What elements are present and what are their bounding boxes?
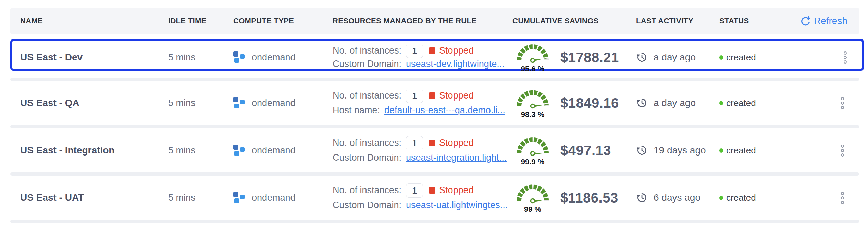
row-actions [798, 192, 859, 204]
row-divider [10, 172, 859, 176]
stopped-square-icon [429, 92, 435, 99]
idle-time-value: 5 mins [168, 98, 233, 108]
cumulative-savings-cell: 98.3 % $1849.16 [512, 87, 636, 119]
kebab-menu-icon[interactable] [841, 192, 844, 204]
resources-cell: No. of instances: 1 Stopped Custom Domai… [333, 44, 512, 71]
savings-gauge-block: 99 % [512, 182, 553, 214]
compute-blocks-icon [233, 192, 246, 204]
kebab-menu-icon[interactable] [841, 97, 844, 109]
row-divider [10, 220, 859, 223]
last-activity-cell: 19 days ago [636, 145, 719, 156]
instances-count-box: 1 [406, 44, 423, 58]
status-dot-icon [719, 55, 723, 60]
compute-type-label: ondemand [252, 193, 296, 203]
rule-name: US East - Integration [20, 145, 168, 156]
savings-amount: $1849.16 [560, 95, 619, 111]
instances-count-box: 1 [406, 89, 423, 103]
savings-amount: $1186.53 [560, 190, 618, 206]
status-label: created [726, 193, 756, 203]
instances-label: No. of instances: [333, 138, 401, 148]
instances-line: No. of instances: 1 Stopped [333, 136, 512, 150]
idle-time-value: 5 mins [168, 193, 233, 203]
column-header-cumulative-savings: CUMULATIVE SAVINGS [512, 16, 636, 25]
kebab-menu-icon[interactable] [841, 145, 844, 157]
column-header-last-activity: LAST ACTIVITY [636, 16, 719, 25]
savings-gauge [512, 87, 553, 110]
compute-blocks-icon [233, 144, 246, 157]
savings-percent-label: 98.3 % [512, 110, 553, 119]
savings-amount: $497.13 [560, 143, 611, 158]
resources-cell: No. of instances: 1 Stopped Host name: d… [333, 88, 512, 118]
compute-type-cell: ondemand [233, 192, 333, 204]
last-activity-label: 6 days ago [654, 192, 700, 203]
resources-cell: No. of instances: 1 Stopped Custom Domai… [333, 183, 512, 212]
last-activity-label: a day ago [654, 52, 696, 63]
status-cell: created [719, 145, 798, 156]
instances-line: No. of instances: 1 Stopped [333, 88, 512, 103]
stopped-square-icon [429, 140, 435, 146]
status-dot-icon [719, 101, 723, 105]
last-activity-cell: a day ago [636, 97, 719, 109]
instance-state-label: Stopped [439, 90, 474, 101]
last-activity-label: 19 days ago [654, 145, 706, 156]
savings-gauge-block: 98.3 % [512, 87, 553, 119]
stopped-square-icon [429, 187, 435, 194]
rule-row[interactable]: US East - UAT 5 mins ondemand No. of ins… [10, 176, 859, 220]
idle-rules-table: NAME IDLE TIME COMPUTE TYPE RESOURCES MA… [10, 8, 859, 223]
instances-count-box: 1 [406, 183, 423, 198]
resource-label: Custom Domain: [333, 152, 401, 163]
status-label: created [726, 145, 756, 156]
column-header-status: STATUS [719, 16, 798, 25]
instances-line: No. of instances: 1 Stopped [333, 183, 512, 198]
refresh-icon [800, 16, 810, 26]
rule-name: US East - Dev [20, 52, 168, 63]
resource-line: Custom Domain: useast-integration.light.… [333, 150, 512, 165]
column-header-name: NAME [20, 16, 168, 25]
savings-gauge [512, 41, 553, 65]
resource-link[interactable]: useast-dev.lightwingte... [406, 59, 505, 69]
resource-link[interactable]: useast-uat.lightwingtes... [406, 200, 508, 210]
resource-link[interactable]: default-us-east---qa.demo.li... [384, 105, 505, 116]
savings-gauge-block: 95.6 % [512, 41, 553, 73]
savings-gauge [512, 134, 553, 158]
resource-line: Custom Domain: useast-uat.lightwingtes..… [333, 198, 512, 212]
cumulative-savings-cell: 99.9 % $497.13 [512, 134, 636, 166]
compute-type-cell: ondemand [233, 144, 333, 157]
compute-type-label: ondemand [252, 145, 296, 156]
resource-label: Custom Domain: [333, 200, 401, 210]
instances-label: No. of instances: [333, 45, 401, 56]
row-actions [798, 145, 859, 157]
last-activity-cell: 6 days ago [636, 192, 719, 204]
last-activity-label: a day ago [654, 97, 696, 108]
column-header-compute-type: COMPUTE TYPE [233, 16, 333, 25]
rule-name: US East - UAT [20, 192, 168, 203]
status-label: created [726, 52, 756, 63]
status-label: created [726, 98, 756, 108]
savings-percent-label: 99.9 % [512, 158, 553, 166]
rule-row[interactable]: US East - QA 5 mins ondemand No. of inst… [10, 81, 859, 125]
savings-gauge-block: 99.9 % [512, 134, 553, 166]
refresh-button[interactable]: Refresh [798, 15, 859, 26]
rule-row[interactable]: US East - Dev 5 mins ondemand No. of ins… [10, 39, 864, 71]
instance-state-label: Stopped [439, 138, 474, 148]
resource-line: Host name: default-us-east---qa.demo.li.… [333, 103, 512, 118]
rule-name: US East - QA [20, 97, 168, 108]
instances-label: No. of instances: [333, 90, 401, 101]
row-divider [10, 125, 859, 128]
status-cell: created [719, 52, 798, 63]
cumulative-savings-cell: 95.6 % $1788.21 [512, 41, 636, 73]
rules-list: US East - Dev 5 mins ondemand No. of ins… [10, 39, 859, 223]
savings-percent-label: 95.6 % [512, 65, 553, 73]
row-actions [798, 97, 859, 109]
instances-label: No. of instances: [333, 185, 401, 196]
savings-gauge [512, 182, 553, 205]
kebab-menu-icon[interactable] [844, 51, 847, 64]
resource-link[interactable]: useast-integration.light... [406, 152, 507, 163]
rule-row[interactable]: US East - Integration 5 mins ondemand No… [10, 128, 859, 172]
row-actions [798, 51, 862, 64]
resources-cell: No. of instances: 1 Stopped Custom Domai… [333, 136, 512, 165]
idle-time-value: 5 mins [168, 52, 233, 63]
stopped-square-icon [429, 47, 435, 54]
history-clock-icon [636, 192, 648, 204]
status-dot-icon [719, 148, 723, 153]
